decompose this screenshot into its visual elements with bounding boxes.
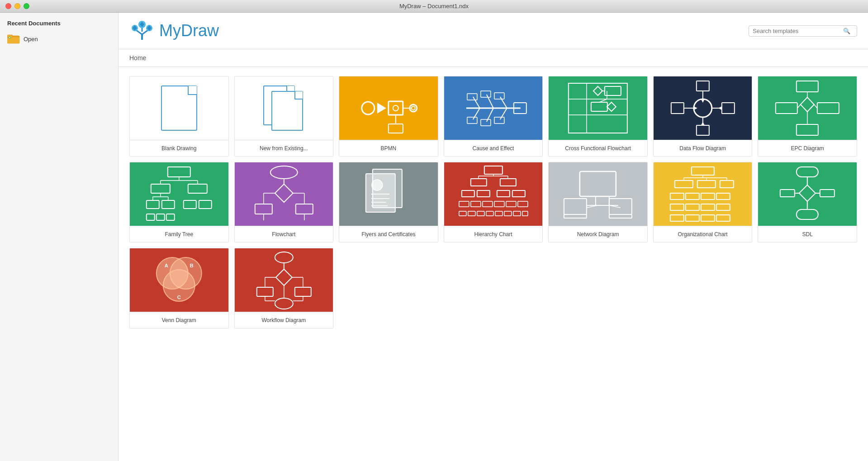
window-title: MyDraw – Document1.ndx bbox=[399, 3, 469, 10]
svg-line-27 bbox=[473, 97, 479, 108]
svg-rect-148 bbox=[686, 193, 699, 200]
template-thumb-flyers bbox=[339, 162, 438, 226]
breadcrumb-text: Home bbox=[129, 54, 146, 62]
search-input[interactable] bbox=[753, 28, 843, 34]
template-label-blank-drawing: Blank Drawing bbox=[130, 140, 228, 156]
svg-rect-79 bbox=[147, 214, 155, 220]
svg-rect-156 bbox=[686, 215, 699, 221]
svg-rect-38 bbox=[494, 117, 504, 124]
svg-rect-52 bbox=[722, 103, 735, 114]
svg-marker-180 bbox=[275, 269, 292, 285]
svg-rect-108 bbox=[484, 166, 502, 174]
sidebar-open-label: Open bbox=[24, 36, 38, 43]
template-label-flowchart: Flowchart bbox=[235, 226, 333, 242]
svg-text:A: A bbox=[165, 263, 168, 268]
template-thumb-epc bbox=[758, 76, 857, 140]
template-card-cause-and-effect[interactable]: Cause and Effect bbox=[444, 76, 543, 157]
template-label-data-flow: Data Flow Diagram bbox=[654, 140, 752, 156]
svg-rect-34 bbox=[480, 91, 490, 97]
templates-grid: Blank Drawing New from Existing... bbox=[129, 76, 857, 328]
svg-rect-51 bbox=[671, 103, 684, 114]
template-card-flowchart[interactable]: Flowchart bbox=[234, 162, 334, 242]
svg-rect-158 bbox=[716, 215, 730, 221]
svg-rect-119 bbox=[506, 201, 516, 207]
svg-rect-137 bbox=[564, 199, 587, 214]
svg-point-22 bbox=[412, 106, 415, 110]
template-card-org-chart[interactable]: Organizational Chart bbox=[653, 162, 753, 242]
sidebar-item-open[interactable]: Open bbox=[0, 31, 118, 47]
svg-rect-109 bbox=[470, 179, 486, 186]
svg-rect-92 bbox=[255, 204, 272, 214]
template-card-hierarchy[interactable]: Hierarchy Chart bbox=[444, 162, 543, 242]
template-thumb-orgchart bbox=[654, 162, 752, 226]
svg-rect-118 bbox=[494, 201, 504, 207]
template-thumb-workflow bbox=[235, 248, 333, 312]
svg-line-32 bbox=[500, 108, 507, 119]
template-thumb-causeeffect bbox=[444, 76, 543, 140]
svg-rect-143 bbox=[692, 167, 714, 175]
svg-rect-164 bbox=[797, 167, 818, 177]
template-card-workflow[interactable]: Workflow Diagram bbox=[234, 248, 334, 328]
template-card-bpmn[interactable]: BPMN bbox=[339, 76, 438, 157]
template-label-cause-and-effect: Cause and Effect bbox=[444, 140, 543, 156]
svg-text:B: B bbox=[190, 263, 194, 268]
svg-rect-127 bbox=[513, 211, 520, 216]
template-thumb-dataflow bbox=[654, 76, 752, 140]
template-thumb-flowchart bbox=[235, 162, 333, 226]
template-card-blank-drawing[interactable]: Blank Drawing bbox=[129, 76, 229, 157]
template-card-epc[interactable]: EPC Diagram bbox=[758, 76, 857, 157]
template-card-network[interactable]: Network Diagram bbox=[548, 162, 648, 242]
svg-rect-111 bbox=[461, 190, 474, 197]
template-card-family-tree[interactable]: Family Tree bbox=[129, 162, 229, 242]
template-label-family-tree: Family Tree bbox=[130, 226, 228, 242]
sidebar-section-title: Recent Documents bbox=[0, 20, 118, 31]
search-box[interactable]: 🔍 bbox=[749, 25, 857, 37]
svg-rect-37 bbox=[480, 119, 490, 126]
grid-area: Blank Drawing New from Existing... bbox=[119, 67, 868, 461]
sidebar: Recent Documents Open bbox=[0, 13, 119, 461]
svg-rect-64 bbox=[776, 103, 797, 114]
template-label-new-from-existing: New from Existing... bbox=[235, 140, 333, 156]
template-card-data-flow[interactable]: Data Flow Diagram bbox=[653, 76, 753, 157]
svg-rect-145 bbox=[697, 181, 716, 188]
content-area: MyDraw 🔍 Home Blank Drawing bbox=[119, 13, 868, 461]
svg-marker-60 bbox=[718, 106, 722, 110]
svg-text:C: C bbox=[177, 295, 181, 300]
minimize-button[interactable] bbox=[14, 3, 20, 9]
template-label-sdl: SDL bbox=[758, 226, 857, 242]
search-icon: 🔍 bbox=[843, 28, 850, 34]
logo-icon bbox=[129, 17, 155, 44]
svg-line-28 bbox=[486, 95, 493, 108]
svg-marker-165 bbox=[799, 185, 816, 201]
svg-rect-81 bbox=[166, 214, 175, 220]
svg-point-183 bbox=[275, 298, 293, 309]
svg-rect-123 bbox=[477, 211, 484, 216]
svg-rect-133 bbox=[580, 171, 616, 196]
svg-point-19 bbox=[393, 105, 398, 111]
svg-rect-182 bbox=[294, 287, 311, 296]
svg-rect-78 bbox=[199, 200, 212, 209]
svg-line-69 bbox=[797, 105, 801, 108]
template-thumb-crossfunc bbox=[549, 76, 647, 140]
close-button[interactable] bbox=[5, 3, 11, 9]
template-thumb-newexist bbox=[235, 76, 333, 140]
svg-rect-93 bbox=[295, 204, 313, 214]
template-card-new-from-existing[interactable]: New from Existing... bbox=[234, 76, 334, 157]
template-card-sdl[interactable]: SDL bbox=[758, 162, 857, 242]
template-card-flyers[interactable]: Flyers and Certificates bbox=[339, 162, 438, 242]
svg-rect-138 bbox=[564, 214, 587, 218]
template-label-network: Network Diagram bbox=[549, 226, 647, 242]
svg-rect-53 bbox=[697, 81, 709, 91]
svg-rect-114 bbox=[512, 190, 525, 197]
svg-marker-91 bbox=[275, 184, 293, 202]
template-card-cross-functional[interactable]: Cross Functional Flowchart bbox=[548, 76, 648, 157]
template-card-venn[interactable]: A B C Venn Diagram bbox=[129, 248, 229, 328]
svg-rect-113 bbox=[497, 190, 509, 197]
svg-rect-121 bbox=[459, 211, 466, 216]
svg-rect-73 bbox=[151, 184, 170, 193]
svg-marker-43 bbox=[593, 86, 602, 95]
maximize-button[interactable] bbox=[24, 3, 29, 9]
newexist-thumb-icon bbox=[263, 86, 304, 131]
svg-rect-139 bbox=[609, 199, 632, 214]
svg-rect-147 bbox=[670, 193, 684, 200]
